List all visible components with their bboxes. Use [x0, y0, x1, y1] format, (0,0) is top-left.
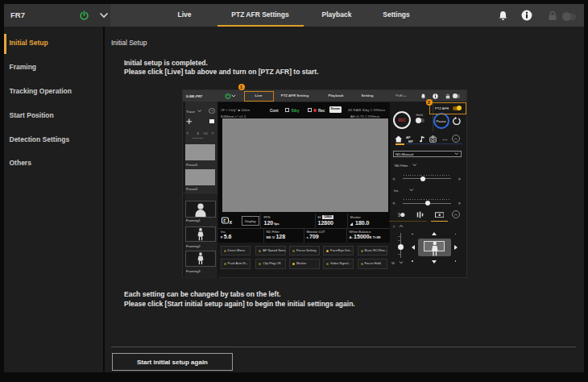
svg-text:MF: MF: [408, 139, 413, 142]
svg-text:x: x: [229, 219, 232, 224]
svg-text:F: F: [223, 218, 226, 223]
